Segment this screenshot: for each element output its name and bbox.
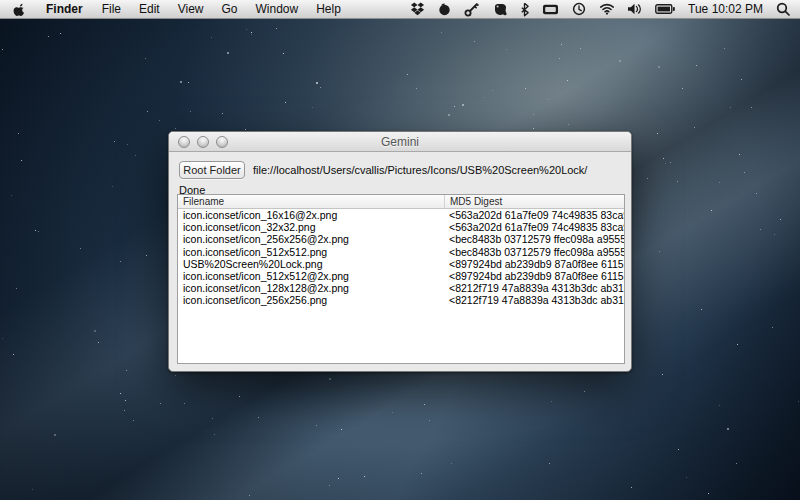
- spotlight-icon[interactable]: [776, 2, 790, 16]
- volume-icon[interactable]: [628, 3, 642, 15]
- toolbar: Root Folder file://localhost/Users/cvall…: [179, 161, 621, 179]
- zoom-button[interactable]: [216, 136, 228, 148]
- table-row[interactable]: icon.iconset/icon_256x256@2x.png<bec8483…: [178, 233, 624, 245]
- desktop: Finder File Edit View Go Window Help: [0, 0, 800, 500]
- table-header: Filename MD5 Digest: [178, 195, 624, 209]
- menu-status-area: Tue 10:02 PM: [410, 0, 800, 18]
- md5-cell: <bec8483b 03712579 ffec098a a9555180>: [444, 246, 624, 258]
- menu-item-window[interactable]: Window: [247, 0, 308, 19]
- table-row[interactable]: icon.iconset/icon_512x512@2x.png<897924b…: [178, 270, 624, 282]
- battery-icon[interactable]: [655, 4, 675, 14]
- window-content: Root Folder file://localhost/Users/cvall…: [169, 152, 631, 372]
- window-titlebar[interactable]: Gemini: [169, 132, 631, 152]
- md5-cell: <897924bd ab239db9 87a0f8ee 611526c5>: [444, 270, 624, 282]
- md5-cell: <8212f719 47a8839a 4313b3dc ab310e39>: [444, 294, 624, 306]
- table-row[interactable]: icon.iconset/icon_128x128@2x.png<8212f71…: [178, 282, 624, 294]
- window-title: Gemini: [169, 132, 631, 152]
- menu-item-help[interactable]: Help: [307, 0, 350, 19]
- filename-cell: icon.iconset/icon_256x256@2x.png: [178, 233, 444, 245]
- md5-cell: <563a202d 61a7fe09 74c49835 83ca92e1>: [444, 221, 624, 233]
- column-header-md5[interactable]: MD5 Digest: [444, 195, 624, 208]
- apple-icon: [13, 2, 26, 17]
- table-row[interactable]: icon.iconset/icon_256x256.png<8212f719 4…: [178, 294, 624, 306]
- column-header-filename[interactable]: Filename: [178, 195, 444, 208]
- md5-cell: <897924bd ab239db9 87a0f8ee 611526c5>: [444, 258, 624, 270]
- md5-cell: <563a202d 61a7fe09 74c49835 83ca92e1>: [444, 209, 624, 221]
- filename-cell: USB%20Screen%20Lock.png: [178, 258, 444, 270]
- root-folder-path: file://localhost/Users/cvallis/Pictures/…: [253, 164, 587, 176]
- table-row[interactable]: icon.iconset/icon_16x16@2x.png<563a202d …: [178, 209, 624, 221]
- filename-cell: icon.iconset/icon_128x128@2x.png: [178, 282, 444, 294]
- circular-badge-icon[interactable]: [438, 2, 451, 16]
- table-body: icon.iconset/icon_16x16@2x.png<563a202d …: [178, 209, 624, 307]
- minimize-button[interactable]: [197, 136, 209, 148]
- bluetooth-icon[interactable]: [520, 2, 529, 17]
- apple-menu[interactable]: [0, 2, 36, 17]
- wifi-icon[interactable]: [599, 3, 615, 15]
- gemini-window: Gemini Root Folder file://localhost/User…: [168, 131, 632, 372]
- filename-cell: icon.iconset/icon_512x512@2x.png: [178, 270, 444, 282]
- menu-bar: Finder File Edit View Go Window Help: [0, 0, 800, 19]
- filename-cell: icon.iconset/icon_32x32.png: [178, 221, 444, 233]
- menu-left: Finder File Edit View Go Window Help: [0, 0, 350, 18]
- table-row[interactable]: USB%20Screen%20Lock.png<897924bd ab239db…: [178, 258, 624, 270]
- root-folder-button[interactable]: Root Folder: [179, 161, 245, 179]
- dropbox-icon[interactable]: [410, 2, 425, 16]
- menu-item-view[interactable]: View: [169, 0, 213, 19]
- file-table: Filename MD5 Digest icon.iconset/icon_16…: [177, 194, 625, 364]
- table-row[interactable]: icon.iconset/icon_32x32.png<563a202d 61a…: [178, 221, 624, 233]
- close-button[interactable]: [178, 136, 190, 148]
- time-machine-icon[interactable]: [572, 2, 586, 16]
- display-icon[interactable]: [542, 4, 559, 15]
- menu-item-file[interactable]: File: [93, 0, 130, 19]
- table-row[interactable]: icon.iconset/icon_512x512.png<bec8483b 0…: [178, 246, 624, 258]
- menu-item-finder[interactable]: Finder: [36, 0, 93, 19]
- menu-item-edit[interactable]: Edit: [130, 0, 169, 19]
- traffic-lights: [178, 136, 228, 148]
- md5-cell: <bec8483b 03712579 ffec098a a9555180>: [444, 233, 624, 245]
- filename-cell: icon.iconset/icon_16x16@2x.png: [178, 209, 444, 221]
- filename-cell: icon.iconset/icon_512x512.png: [178, 246, 444, 258]
- menu-item-go[interactable]: Go: [213, 0, 247, 19]
- md5-cell: <8212f719 47a8839a 4313b3dc ab310e39>: [444, 282, 624, 294]
- filename-cell: icon.iconset/icon_256x256.png: [178, 294, 444, 306]
- menu-clock[interactable]: Tue 10:02 PM: [688, 2, 763, 16]
- key-icon[interactable]: [464, 2, 480, 17]
- evernote-elephant-icon[interactable]: [493, 3, 507, 16]
